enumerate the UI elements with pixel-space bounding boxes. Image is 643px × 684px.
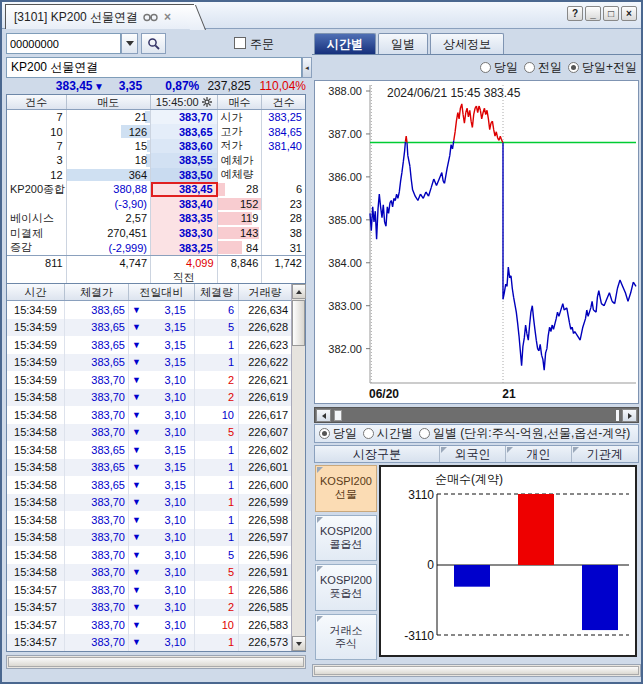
radio-chart-period-0[interactable]: 당일: [480, 59, 518, 76]
down-arrow-icon: ▼: [129, 375, 165, 385]
bid-price[interactable]: 383,45: [151, 182, 218, 197]
bid-price[interactable]: 383,35: [151, 211, 218, 226]
tick-row[interactable]: 15:34:59383,65▼3,151226,623: [7, 336, 293, 354]
tick-row[interactable]: 15:34:58383,65▼3,151226,600: [7, 476, 293, 494]
radio-investor-period-2[interactable]: 일별 (단위:주식-억원,선물,옵션-계약): [419, 425, 630, 442]
header-institutions[interactable]: 기관계: [572, 446, 638, 462]
tick-time: 15:34:58: [7, 529, 65, 547]
order-book-row[interactable]: 10126383,65고가384,65: [7, 124, 305, 138]
radio-icon[interactable]: [480, 62, 491, 73]
tick-cum-volume: 226,583: [239, 616, 291, 634]
market-type-button-2[interactable]: KOSPI200풋옵션: [315, 564, 377, 611]
market-type-buttons: KOSPI200선물KOSPI200콜옵션KOSPI200풋옵션거래소주식: [315, 465, 377, 660]
tick-row[interactable]: 15:34:57383,70▼3,101226,573: [7, 634, 293, 652]
order-checkbox[interactable]: [234, 37, 246, 49]
order-book-row[interactable]: (-3,90)383,4015223: [7, 197, 305, 212]
ask-price[interactable]: 383,50: [151, 168, 218, 182]
ask-price[interactable]: 383,60: [151, 139, 218, 153]
radio-chart-period-1[interactable]: 전일: [524, 59, 562, 76]
tick-row[interactable]: 15:34:58383,70▼3,101226,597: [7, 529, 293, 547]
radio-icon[interactable]: [568, 62, 579, 73]
window-title-tab[interactable]: [3101] KP200 선물연결 ×: [5, 4, 194, 29]
chart-horizontal-scrollbar[interactable]: [314, 407, 639, 423]
tick-price: 383,65: [65, 301, 129, 319]
gear-icon[interactable]: [202, 97, 212, 107]
code-input[interactable]: [6, 33, 121, 54]
header-foreigners[interactable]: 외국인: [440, 446, 506, 462]
ask-price[interactable]: 383,55: [151, 153, 218, 167]
market-type-button-1[interactable]: KOSPI200콜옵션: [315, 515, 377, 562]
tick-row[interactable]: 15:34:58383,70▼3,105226,596: [7, 546, 293, 564]
scrollbar-thumb[interactable]: [292, 300, 305, 346]
chart-scrollbar-thumb[interactable]: [334, 410, 342, 421]
chart-scroll-right-button[interactable]: [622, 409, 637, 422]
tick-row[interactable]: 15:34:59383,65▼3,156226,634: [7, 301, 293, 319]
order-book-row[interactable]: 715383,60저가381,40: [7, 139, 305, 153]
tick-time: 15:34:57: [7, 581, 65, 599]
svg-text:383.00: 383.00: [328, 300, 362, 312]
tick-row[interactable]: 15:34:57383,70▼3,102226,585: [7, 599, 293, 617]
order-book-row[interactable]: KP200종합380,88383,45286: [7, 182, 305, 197]
header-individuals[interactable]: 개인: [506, 446, 572, 462]
radio-icon[interactable]: [419, 428, 430, 439]
ask-price[interactable]: 383,65: [151, 124, 218, 138]
total-volume: 237,825: [199, 79, 251, 93]
tick-row[interactable]: 15:34:58383,65▼3,151226,602: [7, 441, 293, 459]
order-book-row[interactable]: 증감(-2,999)383,258431: [7, 240, 305, 255]
tick-row[interactable]: 15:34:57383,70▼3,1010226,583: [7, 616, 293, 634]
tick-row[interactable]: 15:34:58383,70▼3,105226,607: [7, 424, 293, 442]
bid-price[interactable]: 383,25: [151, 240, 218, 255]
ohlc-value: 381,40: [262, 139, 305, 153]
tick-row[interactable]: 15:34:57383,70▼3,101226,586: [7, 581, 293, 599]
scroll-right-icon: [628, 413, 632, 419]
bid-price[interactable]: 383,30: [151, 226, 218, 241]
ticks-horizontal-scrollbar[interactable]: [6, 655, 306, 669]
order-book-row[interactable]: 베이시스2,57383,3511928: [7, 211, 305, 226]
sell-volume: 126: [67, 124, 151, 138]
radio-chart-period-2[interactable]: 당일+전일: [568, 59, 637, 76]
market-type-button-3[interactable]: 거래소주식: [315, 614, 377, 661]
market-type-button-0[interactable]: KOSPI200선물: [315, 465, 377, 512]
bid-price[interactable]: 383,40: [151, 197, 218, 212]
ticks-vertical-scrollbar[interactable]: [291, 284, 305, 651]
scroll-down-button[interactable]: [292, 636, 306, 651]
order-book-row[interactable]: 318383,55예체가: [7, 153, 305, 167]
tab-daily[interactable]: 일별: [378, 33, 428, 54]
tick-row[interactable]: 15:34:58383,70▼3,105226,591: [7, 564, 293, 582]
order-checkbox-label: 주문: [250, 36, 274, 53]
stat-value: (-3,90): [67, 197, 151, 212]
radio-icon[interactable]: [524, 62, 535, 73]
chart-scroll-left-button[interactable]: [316, 409, 331, 422]
search-button[interactable]: [141, 33, 166, 54]
tick-row[interactable]: 15:34:59383,70▼3,102226,621: [7, 371, 293, 389]
help-button[interactable]: ?: [567, 6, 583, 21]
order-book-row[interactable]: 12364383,50예체량: [7, 168, 305, 182]
tick-row[interactable]: 15:34:59383,65▼3,151226,622: [7, 354, 293, 372]
down-arrow-icon: ▼: [129, 637, 165, 647]
tick-row[interactable]: 15:34:58383,70▼3,101226,599: [7, 494, 293, 512]
minimize-button[interactable]: _: [585, 6, 601, 21]
name-field-collapse-button[interactable]: ◂: [302, 57, 312, 78]
ask-price[interactable]: 383,70: [151, 110, 218, 124]
close-button[interactable]: ×: [621, 6, 637, 21]
tick-row[interactable]: 15:34:58383,70▼3,1010226,617: [7, 406, 293, 424]
tick-row[interactable]: 15:34:59383,65▼3,155226,628: [7, 319, 293, 337]
radio-icon[interactable]: [363, 428, 374, 439]
svg-text:순매수(계약): 순매수(계약): [435, 472, 503, 486]
tick-row[interactable]: 15:34:58383,70▼3,102226,619: [7, 389, 293, 407]
maximize-button[interactable]: □: [603, 6, 619, 21]
order-book-row[interactable]: 미결제270,451383,3014338: [7, 226, 305, 241]
radio-icon[interactable]: [319, 428, 330, 439]
tab-timewise[interactable]: 시간별: [314, 33, 376, 54]
instrument-name-field[interactable]: [6, 57, 302, 78]
code-dropdown-button[interactable]: [121, 33, 138, 54]
tab-close-icon[interactable]: ×: [164, 10, 171, 24]
bottom-right-scrollbar[interactable]: [312, 664, 641, 677]
scroll-up-button[interactable]: [292, 284, 306, 299]
radio-investor-period-1[interactable]: 시간별: [363, 425, 413, 442]
tick-row[interactable]: 15:34:58383,70▼3,101226,598: [7, 511, 293, 529]
tick-row[interactable]: 15:34:58383,65▼3,151226,601: [7, 459, 293, 477]
order-book-row[interactable]: 721383,70시가383,25: [7, 110, 305, 124]
radio-investor-period-0[interactable]: 당일: [319, 425, 357, 442]
tab-detail-info[interactable]: 상세정보: [430, 33, 504, 54]
